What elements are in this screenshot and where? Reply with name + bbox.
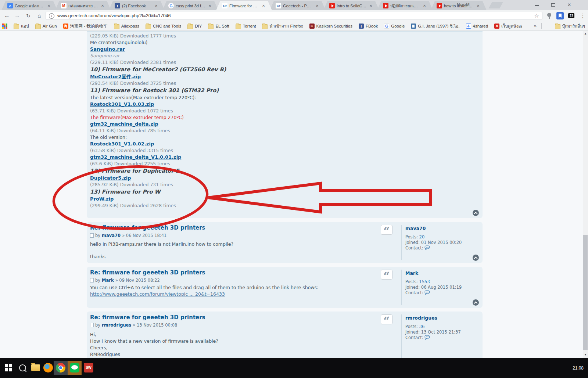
other-bookmarks-folder[interactable]: บุ๊กมาร์กอื่นๆ [555,21,585,31]
back-to-top-button[interactable] [473,299,479,306]
tab-geeetech-post[interactable]: Geeetech - Post a [270,1,326,10]
bookmark-folder-torrent[interactable]: Torrent [236,24,256,29]
scrollbar-thumb[interactable] [583,235,588,350]
post-title[interactable]: Re: firmware for geeeteh 3D printers [90,224,205,231]
browser-profile-name[interactable]: NooM [457,2,470,7]
posts-count[interactable]: 36 [419,324,425,329]
profile-username[interactable]: mava70 [405,226,479,231]
attachment-link[interactable]: gtm32_machine_delta_V1.0.01.zip [90,154,181,160]
bookmark-kasikorn[interactable]: K Kasikorn Securities [309,24,352,29]
reload-button[interactable]: ↻ [24,11,33,20]
posts-count[interactable]: 1553 [419,279,430,284]
start-button[interactable] [1,361,15,375]
forward-button[interactable]: → [12,11,22,20]
author-link[interactable]: Mark [102,278,114,283]
minimize-button[interactable] [529,0,545,10]
file-explorer-button[interactable] [29,361,43,375]
bookmark-folder-firefox-import[interactable]: นำเข้าจาก Firefox [262,23,303,29]
bookmark-folder-airgun[interactable]: Air Gun [35,24,57,29]
pin-extension-icon[interactable] [545,11,553,20]
new-tab-button[interactable] [488,2,503,8]
attachment-link[interactable]: MeCreator2固件.zip [90,74,141,79]
attachment-link[interactable]: Rostock301_V1.0.03.zip [90,101,154,107]
contact-message-icon[interactable] [424,335,430,341]
author-link[interactable]: mava70 [102,233,121,238]
line-app-button[interactable] [68,361,82,375]
attachment-link[interactable]: ProW.zip [90,196,114,202]
quote-button[interactable] [381,270,392,280]
scroll-down-arrow[interactable]: ▼ [583,352,588,358]
close-window-button[interactable] [562,0,577,10]
tab-youtube-solidcam[interactable]: Intro to SolidCAM [323,1,379,10]
url-text[interactable]: www.geeetech.com/forum/viewtopic.php?f=2… [57,13,534,18]
solidworks-button[interactable] [82,361,96,375]
bookmark-folder-elsoft[interactable]: EL Soft [208,24,229,29]
post-body-link[interactable]: http://www.geeetech.com/forum/viewtopic … [90,291,318,298]
attachment-link[interactable]: Sanguino.rar [90,46,125,52]
home-button[interactable]: ⌂ [35,11,44,20]
bookmark-folder-apps[interactable]: แอป [14,23,29,29]
bookmark-4shared[interactable]: 4 4shared [466,24,488,29]
taskbar-clock[interactable]: 21:08 [573,358,584,378]
taskbar-search-button[interactable] [15,361,29,375]
bookmark-movies-hd[interactable]: เว็บดูหนังออนไลน์ HD N [494,23,522,29]
apps-grid-icon[interactable] [2,24,7,29]
profile-username[interactable]: rmrodrigues [405,315,479,321]
bookmark-label: Aliexpass [121,24,139,28]
contact-message-icon[interactable] [424,245,430,252]
tab-firmware-active[interactable]: Firmware for geee [216,1,272,10]
back-button[interactable]: ← [2,11,12,20]
tab-google-translate[interactable]: Google แปลภาษา [1,1,57,10]
tab-gmail[interactable]: กล่องจดหมาย - pco [55,1,111,10]
quote-button[interactable] [381,225,392,235]
attachment-size: (229.05 KiB) Downloaded 1777 times [90,33,394,39]
back-to-top-button[interactable] [473,255,479,261]
attachment-link[interactable]: Rostock301_V1.0.02.zip [90,141,154,147]
tab-easy-print[interactable]: easy print 3d for w [162,1,218,10]
browser-menu-icon[interactable] [578,11,587,20]
quote-button[interactable] [381,314,392,324]
author-link[interactable]: rmrodrigues [102,323,131,328]
extension-badge[interactable]: 33 [568,13,574,18]
close-icon[interactable] [46,3,51,8]
page-info-icon[interactable]: i [49,13,54,19]
bookmark-star-icon[interactable]: ☆ [534,12,539,19]
tab-youtube-thai[interactable]: ปฏิบัติการยกเครื่องยน [377,1,433,10]
bookmark-label: 淘宝网 - 我的购物车 [70,24,108,29]
posts-count[interactable]: 20 [419,234,425,240]
close-icon[interactable] [261,3,266,8]
bookmark-gijane[interactable]: G.I. Jane (1997) ซิ.ไอ. [411,23,459,29]
bookmarks-separator [541,23,542,29]
profile-username[interactable]: Mark [405,270,479,276]
restore-button[interactable] [545,0,561,10]
attachment-link[interactable]: gtm32_machine_delta.zip [90,121,158,127]
vertical-scrollbar[interactable]: ▲ ▼ [583,31,588,358]
close-icon[interactable] [100,3,105,8]
bookmark-google[interactable]: G Google [384,24,405,29]
bookmark-taobao[interactable]: 淘 淘宝网 - 我的购物车 [63,24,108,29]
bookmark-extension-icon[interactable] [556,12,564,19]
bookmark-label: แอป [21,23,29,29]
close-icon[interactable] [154,3,159,8]
close-icon[interactable] [476,3,481,8]
firefox-button[interactable] [41,361,55,375]
close-icon[interactable] [207,3,212,8]
bookmark-fbook[interactable]: f FBook [359,24,378,29]
tab-facebook[interactable]: (2) Facebook [109,1,165,10]
bookmark-folder-cnc[interactable]: CNC and Tools [146,24,181,29]
close-icon[interactable] [368,3,373,8]
back-to-top-button[interactable] [473,210,479,216]
bookmark-folder-aliexpass[interactable]: Aliexpass [114,24,139,29]
post-title[interactable]: Re: firmware for geeeteh 3D printers [90,314,205,321]
address-bar[interactable]: i www.geeetech.com/forum/viewtopic.php?f… [46,12,542,20]
bookmark-folder-diy[interactable]: DIY [187,24,202,29]
contact-message-icon[interactable] [424,290,430,296]
scroll-up-arrow[interactable]: ▲ [583,31,588,37]
attachment-link[interactable]: Duplicator5.zip [90,175,131,181]
chrome-button-active[interactable] [54,361,68,375]
close-icon[interactable] [422,3,427,8]
tab-label: Intro to SolidCAM [337,4,366,8]
post-title[interactable]: Re: firmware for geeeteh 3D printers [90,269,205,276]
bookmarks-overflow-chevron[interactable]: » [534,21,537,31]
close-icon[interactable] [315,3,320,8]
